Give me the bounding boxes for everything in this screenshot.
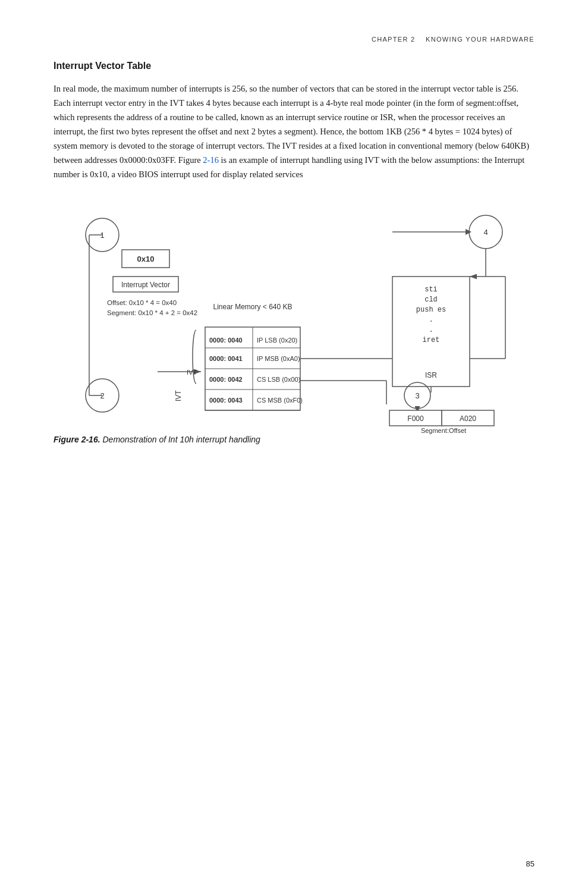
- linear-memory-label: Linear Memory < 640 KB: [213, 303, 292, 311]
- box-0x10-label: 0x10: [137, 255, 154, 263]
- ivt-label: IVT: [174, 390, 183, 401]
- figure-caption-text: Demonstration of Int 10h interrupt handl…: [100, 435, 260, 444]
- chapter-title: KNOWING YOUR HARDWARE: [426, 36, 534, 43]
- offset-label: Offset: 0x10 * 4 = 0x40: [107, 299, 177, 306]
- val-0042: CS LSB (0x00): [257, 376, 300, 383]
- isr-code-push: push es: [416, 306, 445, 314]
- isr-code-dot2: .: [429, 326, 433, 334]
- chapter-number: CHAPTER 2: [372, 36, 416, 43]
- val-0040: IP LSB (0x20): [257, 337, 297, 344]
- section-title: Interrupt Vector Table: [54, 61, 534, 71]
- figure-caption-bold: Figure 2-16.: [54, 435, 100, 444]
- page: CHAPTER 2 KNOWING YOUR HARDWARE Interrup…: [0, 0, 588, 892]
- seg-f000: F000: [407, 414, 424, 423]
- val-0041: IP MSB (0xA0): [257, 355, 300, 362]
- diagram-svg: 1 0x10 Interrupt Vector Offset: 0x10 * 4…: [54, 199, 535, 425]
- body-paragraph: In real mode, the maximum number of inte…: [54, 82, 534, 181]
- isr-code-dot1: .: [429, 316, 433, 324]
- ivt-label-2: IVT: [187, 369, 197, 376]
- diagram-wrapper: 1 0x10 Interrupt Vector Offset: 0x10 * 4…: [54, 199, 534, 425]
- chapter-header: CHAPTER 2 KNOWING YOUR HARDWARE: [54, 36, 534, 43]
- figure-caption: Figure 2-16. Demonstration of Int 10h in…: [54, 435, 534, 444]
- seg-a020: A020: [459, 414, 476, 423]
- addr-0041: 0000: 0041: [209, 355, 243, 362]
- isr-code-iret: iret: [422, 336, 439, 344]
- addr-0040: 0000: 0040: [209, 337, 243, 344]
- addr-0042: 0000: 0042: [209, 376, 243, 383]
- isr-label: ISR: [425, 371, 436, 379]
- segment-offset-label: Segment:Offset: [420, 427, 466, 434]
- circle-3-label: 3: [415, 391, 419, 400]
- interrupt-vector-label: Interrupt Vector: [121, 281, 169, 289]
- figure-link[interactable]: 2-16: [203, 155, 219, 165]
- circle-4-label: 4: [483, 228, 488, 237]
- isr-code-sti: sti: [425, 285, 438, 294]
- addr-0043: 0000: 0043: [209, 397, 243, 404]
- isr-code-cld: cld: [425, 296, 438, 304]
- val-0043: CS MSB (0xF0): [257, 397, 303, 404]
- arrowhead-left: [466, 229, 471, 235]
- segment-label: Segment: 0x10 * 4 + 2 = 0x42: [107, 309, 197, 316]
- svg-line-0: [470, 249, 499, 277]
- figure-container: 1 0x10 Interrupt Vector Offset: 0x10 * 4…: [54, 199, 534, 444]
- page-number: 85: [526, 859, 534, 868]
